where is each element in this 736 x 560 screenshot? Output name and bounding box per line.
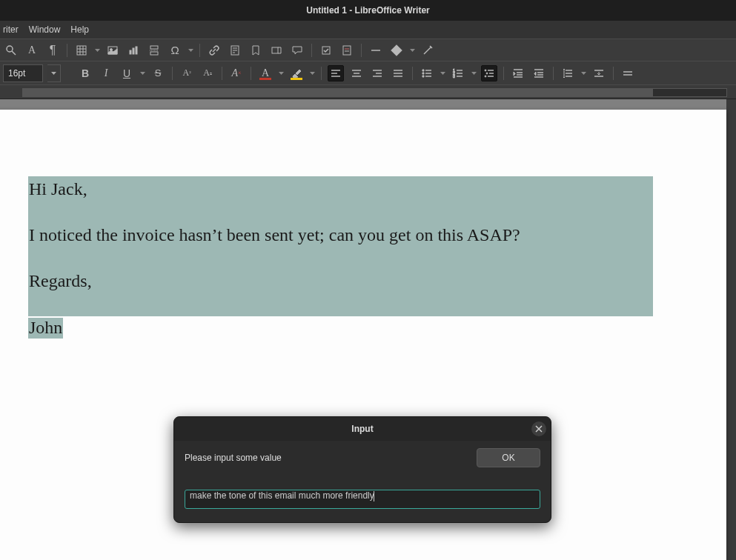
align-center-button[interactable] [348,65,365,81]
svg-rect-10 [133,48,134,54]
insert-chart-icon[interactable] [125,42,142,59]
svg-point-0 [7,46,13,52]
insert-image-icon[interactable] [105,42,121,59]
increase-indent-button[interactable] [510,65,526,81]
svg-point-51 [486,73,488,74]
menu-item-help[interactable]: Help [70,24,89,35]
svg-rect-19 [272,47,278,53]
basic-shapes-icon[interactable] [388,42,405,59]
vertical-scrollbar[interactable] [726,99,736,560]
font-size-value: 16pt [8,68,25,79]
decrease-indent-button[interactable] [531,65,547,81]
dialog-prompt: Please input some value [185,453,282,463]
dropdown-caret-icon[interactable] [409,42,415,59]
insert-cross-reference-icon[interactable] [268,42,285,59]
separator [222,67,222,80]
svg-line-1 [12,51,16,55]
window-title: Untitled 1 - LibreOffice Writer [306,5,429,16]
show-changes-icon[interactable] [339,42,355,59]
insert-special-char-icon[interactable]: Ω [167,42,183,59]
dropdown-caret-icon[interactable] [580,65,586,81]
svg-rect-11 [136,47,137,54]
increase-paragraph-spacing-button[interactable] [591,65,607,81]
svg-rect-12 [150,46,158,49]
font-size-input[interactable]: 16pt [3,64,43,82]
unordered-list-button[interactable] [419,65,435,81]
ok-button-label: OK [502,453,514,463]
font-color-button[interactable]: A [257,65,273,81]
font-size-dropdown[interactable] [47,64,61,82]
italic-button[interactable]: I [98,65,114,81]
dropdown-caret-icon[interactable] [188,42,193,59]
strikethrough-button[interactable]: S [150,65,166,81]
separator [361,44,362,57]
clear-formatting-button[interactable]: A× [228,65,245,81]
underline-button[interactable]: U [119,65,135,81]
text-caret [374,491,374,501]
menubar: riter Window Help [0,21,736,39]
decrease-paragraph-spacing-button[interactable] [620,65,636,81]
line-spacing-button[interactable] [560,65,576,81]
separator [199,44,200,57]
highlight-color-button[interactable] [288,65,305,81]
separator [613,67,614,80]
dropdown-caret-icon[interactable] [139,65,145,81]
doc-line-1[interactable]: Hi Jack, [29,179,87,199]
find-replace-icon[interactable] [3,42,19,59]
input-dialog: Input Please input some value OK make th… [173,416,551,523]
svg-point-40 [422,75,424,76]
align-right-button[interactable] [369,65,385,81]
separator [321,67,322,80]
separator [67,44,67,57]
svg-rect-21 [343,46,351,55]
dialog-titlebar[interactable]: Input [174,417,551,441]
svg-point-38 [422,69,424,70]
track-changes-icon[interactable] [318,42,334,59]
svg-rect-25 [391,44,402,55]
menu-item-window[interactable]: Window [29,24,61,35]
svg-rect-2 [77,46,86,55]
insert-page-break-icon[interactable] [146,42,162,59]
dropdown-caret-icon[interactable] [440,65,445,81]
dropdown-caret-icon[interactable] [278,65,284,81]
doc-blank-line[interactable] [29,201,653,224]
dialog-body: Please input some value OK make the tone… [174,441,551,522]
show-draw-functions-icon[interactable] [420,42,436,59]
doc-line-7[interactable]: John [28,318,63,339]
subscript-button[interactable]: A₂ [199,65,216,81]
svg-point-50 [485,70,486,71]
doc-line-5[interactable]: Regards, [29,271,92,290]
separator [251,67,251,80]
spellcheck-icon[interactable]: A [24,42,40,59]
align-justify-button[interactable] [390,65,406,81]
dialog-close-button[interactable] [531,421,546,436]
outline-list-button[interactable] [481,65,497,81]
insert-table-icon[interactable] [73,42,90,59]
dialog-text-input[interactable]: make the tone of this email much more fr… [185,490,540,509]
doc-line-3[interactable]: I noticed the invoice hasn’t been sent y… [29,225,520,244]
dropdown-caret-icon[interactable] [471,65,477,81]
svg-point-39 [422,72,424,73]
doc-blank-line[interactable] [29,247,653,270]
doc-blank-line[interactable] [29,293,653,316]
formatting-marks-icon[interactable]: ¶ [44,42,61,59]
horizontal-ruler[interactable] [0,84,736,99]
dropdown-caret-icon[interactable] [94,42,100,59]
dropdown-caret-icon[interactable] [309,65,315,81]
menu-item-writer[interactable]: riter [3,24,19,35]
document-body[interactable]: Hi Jack, I noticed the invoice hasn’t be… [28,176,663,339]
bold-button[interactable]: B [77,65,93,81]
svg-text:3: 3 [453,74,455,79]
align-left-button[interactable] [328,65,344,81]
ordered-list-button[interactable]: 123 [450,65,466,81]
separator [503,67,504,80]
insert-comment-icon[interactable] [289,42,305,59]
insert-bookmark-icon[interactable] [248,42,264,59]
superscript-button[interactable]: A² [179,65,195,81]
svg-point-52 [485,76,486,77]
insert-footnote-icon[interactable] [227,42,243,59]
insert-line-icon[interactable] [368,42,384,59]
ok-button[interactable]: OK [477,448,540,467]
insert-hyperlink-icon[interactable] [206,42,222,59]
separator [311,44,312,57]
